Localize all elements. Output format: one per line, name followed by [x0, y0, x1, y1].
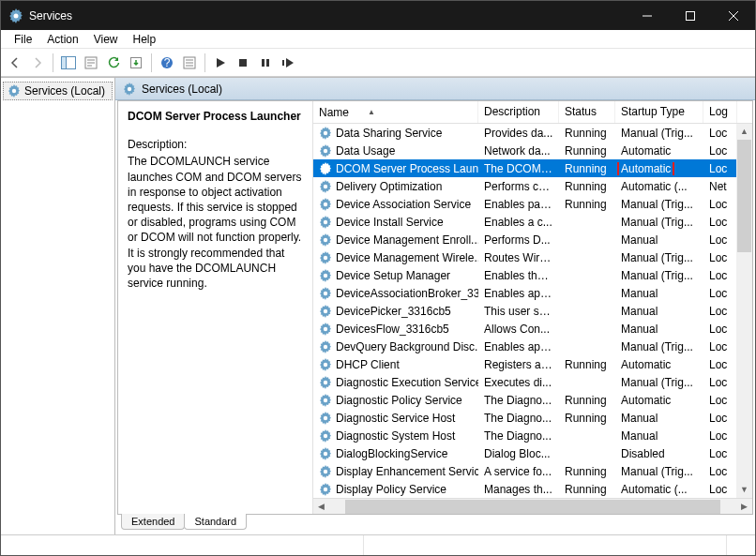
scroll-up-arrow-icon[interactable]: ▲: [736, 124, 752, 140]
column-header-status[interactable]: Status: [559, 101, 615, 123]
back-button[interactable]: [5, 53, 25, 73]
status-bar: [1, 534, 755, 555]
show-hide-tree-button[interactable]: [58, 53, 79, 73]
scroll-thumb[interactable]: [345, 500, 720, 514]
svg-point-29: [324, 380, 327, 383]
table-row[interactable]: DevicesFlow_3316cb5Allows Con...ManualLo…: [313, 320, 752, 338]
table-row[interactable]: Device Management Enroll...Performs D...…: [313, 231, 752, 248]
restart-service-button[interactable]: [278, 53, 298, 73]
gear-icon: [319, 287, 332, 300]
window-title: Services: [29, 9, 626, 23]
menu-file[interactable]: File: [7, 30, 39, 49]
column-header-description[interactable]: Description: [478, 101, 559, 123]
svg-rect-11: [266, 59, 269, 67]
column-header-name[interactable]: Name▲: [313, 101, 478, 123]
pause-service-button[interactable]: [255, 53, 276, 73]
cell-logon: Loc: [703, 412, 737, 425]
table-row[interactable]: Data Sharing ServiceProvides da...Runnin…: [313, 124, 752, 142]
cell-name: Diagnostic Policy Service: [313, 394, 478, 407]
cell-status: Running: [559, 483, 615, 496]
table-row[interactable]: Device Install ServiceEnables a c...Manu…: [313, 213, 752, 231]
gear-icon: [8, 84, 21, 98]
refresh-button[interactable]: [103, 53, 124, 73]
gear-icon: [319, 340, 332, 353]
vertical-scrollbar[interactable]: ▲ ▼: [736, 124, 752, 498]
scroll-thumb[interactable]: [737, 140, 751, 252]
cell-status: Running: [559, 394, 615, 407]
horizontal-scrollbar[interactable]: ◀ ▶: [313, 498, 752, 514]
tab-standard[interactable]: Standard: [184, 514, 247, 530]
svg-point-22: [324, 255, 327, 259]
cell-logon: Loc: [703, 269, 737, 282]
table-row[interactable]: DeviceAssociationBroker_33...Enables app…: [313, 284, 752, 302]
column-header-logon[interactable]: Log: [703, 101, 737, 123]
start-service-button[interactable]: [210, 53, 231, 73]
cell-name: Device Association Service: [313, 198, 478, 211]
maximize-button[interactable]: [669, 1, 712, 30]
cell-logon: Loc: [703, 483, 737, 496]
menu-view[interactable]: View: [86, 30, 126, 49]
tree-root-node[interactable]: Services (Local): [3, 82, 113, 100]
menu-help[interactable]: Help: [126, 30, 164, 49]
menu-action[interactable]: Action: [39, 30, 85, 49]
table-row[interactable]: Diagnostic Policy ServiceThe Diagno...Ru…: [313, 391, 752, 409]
table-row[interactable]: Device Management Wirele...Routes Wire..…: [313, 248, 752, 266]
cell-description: Enables pair...: [478, 198, 559, 211]
table-row[interactable]: DialogBlockingServiceDialog Bloc...Disab…: [313, 444, 752, 462]
minimize-button[interactable]: [626, 1, 669, 30]
close-button[interactable]: [712, 1, 755, 30]
table-row[interactable]: Delivery OptimizationPerforms co...Runni…: [313, 177, 752, 195]
detail-pane: DCOM Server Process Launcher Description…: [118, 101, 313, 514]
table-row[interactable]: Device Setup ManagerEnables the ...Manua…: [313, 266, 752, 284]
table-row[interactable]: Diagnostic Execution ServiceExecutes di.…: [313, 373, 752, 391]
gear-icon: [319, 376, 332, 389]
options-button[interactable]: [179, 53, 200, 73]
cell-startup: Manual: [615, 287, 703, 300]
cell-description: Allows Con...: [478, 323, 559, 336]
table-row[interactable]: DevicePicker_3316cb5This user ser...Manu…: [313, 302, 752, 320]
forward-button[interactable]: [27, 53, 48, 73]
svg-text:?: ?: [164, 56, 171, 69]
menu-bar: File Action View Help: [1, 30, 755, 49]
table-row[interactable]: Data UsageNetwork da...RunningAutomaticL…: [313, 142, 752, 159]
main-area: Services (Local) Services (Local) DCOM S…: [1, 77, 755, 534]
svg-point-23: [324, 273, 327, 277]
table-row[interactable]: DHCP ClientRegisters an...RunningAutomat…: [313, 355, 752, 373]
export-button[interactable]: [126, 53, 146, 73]
cell-name: Delivery Optimization: [313, 180, 478, 193]
svg-point-18: [324, 184, 327, 188]
svg-point-16: [324, 148, 327, 152]
gear-icon: [319, 447, 332, 460]
cell-name: DevQuery Background Disc...: [313, 340, 478, 353]
content-header: Services (Local): [115, 78, 755, 100]
cell-description: This user ser...: [478, 305, 559, 318]
gear-icon: [123, 83, 136, 96]
table-row[interactable]: Diagnostic System HostThe Diagno...Manua…: [313, 427, 752, 444]
cell-status: Running: [559, 358, 615, 371]
scroll-left-arrow-icon[interactable]: ◀: [313, 502, 329, 511]
column-header-startup[interactable]: Startup Type: [615, 101, 703, 123]
table-row[interactable]: Diagnostic Service HostThe Diagno...Runn…: [313, 409, 752, 427]
cell-logon: Loc: [703, 323, 737, 336]
cell-startup: Manual (Trig...: [615, 376, 703, 389]
tab-extended[interactable]: Extended: [121, 514, 185, 530]
tree-root-label: Services (Local): [24, 84, 105, 98]
gear-icon: [319, 198, 332, 211]
scroll-right-arrow-icon[interactable]: ▶: [736, 502, 752, 511]
table-row[interactable]: Device Association ServiceEnables pair..…: [313, 195, 752, 213]
scroll-down-arrow-icon[interactable]: ▼: [736, 482, 752, 498]
stop-service-button[interactable]: [233, 53, 253, 73]
svg-point-32: [324, 433, 327, 437]
table-row[interactable]: DevQuery Background Disc...Enables app..…: [313, 338, 752, 355]
table-row[interactable]: DCOM Server Process Laun...The DCOML...R…: [313, 159, 752, 177]
cell-name: Device Management Wirele...: [313, 251, 478, 264]
table-row[interactable]: Display Policy ServiceManages th...Runni…: [313, 480, 752, 498]
svg-point-30: [324, 398, 327, 401]
table-row[interactable]: Display Enhancement ServiceA service fo.…: [313, 462, 752, 480]
cell-startup: Manual: [615, 233, 703, 247]
svg-point-21: [324, 237, 327, 241]
gear-icon: [319, 358, 332, 371]
properties-button[interactable]: [81, 53, 101, 73]
gear-icon: [319, 429, 332, 443]
help-button[interactable]: ?: [157, 53, 177, 73]
